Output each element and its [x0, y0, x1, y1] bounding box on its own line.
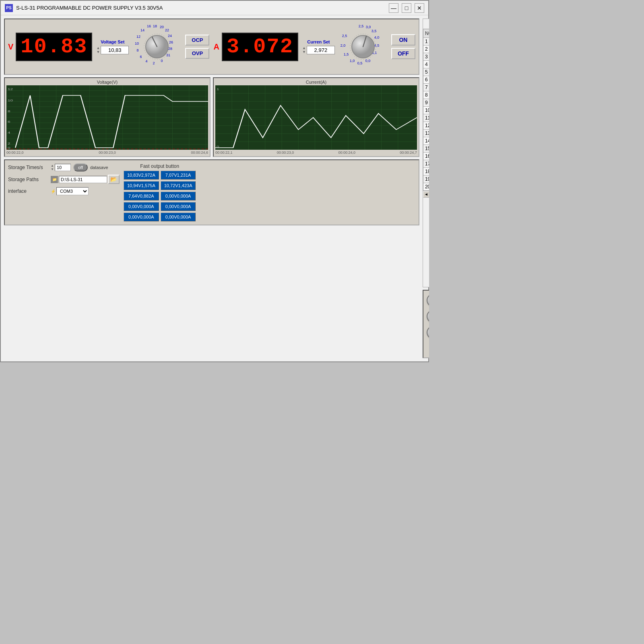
svg-text:16: 16 — [147, 24, 151, 28]
svg-text:10: 10 — [135, 41, 139, 45]
prog-cell-no: 3 — [423, 53, 429, 61]
current-chart-x-labels: 00:00:22,1 00:00:23,0 00:00:24,0 00:00:2… — [215, 151, 417, 155]
prog-table-row[interactable]: 17 — [423, 160, 429, 168]
ocp-button[interactable]: OCP — [185, 35, 209, 45]
fast-btn-3[interactable]: 10,94V1,575A — [124, 181, 159, 190]
fast-output-title: Fast output button — [140, 163, 179, 169]
prog-table-row[interactable]: 7 7 5 2 — [423, 84, 429, 91]
fast-btn-7[interactable]: 0,00V0,000A — [124, 202, 159, 211]
meters-area: V 10.83 Voltage Set ▲▼ — [4, 19, 419, 75]
current-chart-container: Current(A) — [213, 77, 419, 157]
browse-button[interactable]: 📂 — [108, 175, 120, 184]
fast-btn-5[interactable]: 7,64V0,882A — [124, 192, 159, 200]
voltage-x-label-1: 00:00:22,0 — [6, 151, 24, 155]
starting-point-knob[interactable] — [427, 294, 429, 307]
prog-table-row[interactable]: 9 9 5 2 — [423, 99, 429, 107]
svg-text:12: 12 — [136, 35, 140, 39]
current-set-input[interactable] — [307, 46, 335, 54]
prog-cell-no: 20 — [423, 183, 429, 191]
prog-table-row[interactable]: 16 — [423, 153, 429, 160]
voltage-knob-container: 18 20 22 24 26 28 31 0 2 4 6 8 10 12 — [133, 23, 181, 71]
voltage-set-area: Voltage Set ▲▼ — [96, 39, 129, 54]
svg-text:4,5: 4,5 — [374, 43, 380, 47]
prog-cell-no: 6 — [423, 76, 429, 84]
prog-table-row[interactable]: 10 10 10 2 — [423, 107, 429, 114]
svg-text:24: 24 — [168, 34, 172, 38]
fast-btn-10[interactable]: 0,00V0,000A — [161, 213, 196, 221]
close-button[interactable]: ✕ — [415, 3, 424, 13]
svg-text:4: 4 — [146, 59, 148, 63]
prog-table-row[interactable]: 20 — [423, 183, 429, 191]
fast-btn-1[interactable]: 10,83V2,972A — [124, 171, 159, 180]
current-chart-svg: 1 0 — [215, 85, 417, 150]
svg-text:0,5: 0,5 — [357, 61, 363, 65]
prog-table-row[interactable]: 3 3 5 2 — [423, 53, 429, 61]
prog-table-row[interactable]: 13 — [423, 130, 429, 137]
prog-table-row[interactable]: 18 — [423, 168, 429, 175]
fast-btn-6[interactable]: 0,00V0,000A — [161, 192, 196, 200]
on-button[interactable]: ON — [391, 34, 415, 45]
svg-text:0: 0 — [161, 59, 163, 63]
svg-text:2: 2 — [8, 142, 10, 145]
off-button[interactable]: OFF — [391, 48, 415, 59]
folder-icon: 📂 — [110, 176, 117, 182]
svg-text:2,5: 2,5 — [359, 24, 364, 28]
current-set-label: Curren Set — [307, 39, 330, 44]
interface-select[interactable]: COM3 — [56, 187, 89, 195]
prog-cell-no: 9 — [423, 99, 429, 107]
maximize-button[interactable]: □ — [402, 3, 411, 13]
scroll-left-btn[interactable]: ◄ — [423, 191, 429, 198]
prog-table-row[interactable]: 6 6 10 2 — [423, 76, 429, 84]
starting-point-row: 1 Starting point Status — [427, 294, 429, 307]
prog-table-row[interactable]: 4 4 10 2 — [423, 61, 429, 68]
prog-cell-no: 10 — [423, 107, 429, 114]
window-title: S-LS-31 PROGRAMMABLE DC POWER SUPPLY V3.… — [16, 5, 163, 11]
prog-table-row[interactable]: 11 — [423, 114, 429, 122]
prog-cell-no: 12 — [423, 122, 429, 130]
prog-cell-no: 19 — [423, 175, 429, 183]
storage-paths-label: Storage Paths — [8, 177, 48, 182]
main-window: PS S-LS-31 PROGRAMMABLE DC POWER SUPPLY … — [0, 0, 429, 362]
svg-text:22: 22 — [165, 28, 169, 32]
prog-table-row[interactable]: 1 1 5 2 — [423, 38, 429, 45]
prog-cell-no: 11 — [423, 114, 429, 122]
fast-btn-8[interactable]: 0,00V0,000A — [161, 202, 196, 211]
svg-text:1: 1 — [217, 87, 219, 91]
cycles-knob[interactable] — [427, 326, 429, 339]
current-display-section: A 3.072 — [213, 33, 298, 61]
voltage-chart-container: Voltage(V) — [4, 77, 211, 157]
prog-table-row[interactable]: 15 — [423, 145, 429, 153]
svg-text:1,5: 1,5 — [344, 52, 349, 56]
minimize-button[interactable]: — — [389, 3, 398, 13]
current-unit: A — [213, 42, 219, 52]
terminal-point-knob[interactable] — [427, 310, 429, 323]
ovp-button[interactable]: OVP — [185, 48, 209, 59]
voltage-set-input[interactable] — [101, 46, 129, 54]
current-chart-title: Current(A) — [215, 80, 417, 85]
right-panel: programmable output NO Voltage(V Current… — [423, 19, 429, 358]
svg-text:8: 8 — [137, 48, 139, 52]
voltage-display-section: V 10.83 — [8, 33, 92, 61]
prog-table-row[interactable]: 2 2 10 2 — [423, 45, 429, 53]
fast-output-section: Fast output button 10,83V2,972A 7,07V1,2… — [124, 163, 196, 221]
prog-table-row[interactable]: 12 — [423, 122, 429, 130]
svg-text:4,0: 4,0 — [374, 35, 380, 39]
svg-text:6: 6 — [8, 120, 10, 124]
fast-btn-9[interactable]: 0,00V0,000A — [124, 213, 159, 221]
interface-icon: ⚡ — [51, 189, 56, 194]
prog-table-row[interactable]: 8 8 10 2 — [423, 91, 429, 99]
datasave-toggle[interactable]: off — [73, 163, 88, 171]
prog-cell-no: 15 — [423, 145, 429, 153]
prog-table-row[interactable]: 5 5 5 2 — [423, 68, 429, 76]
prog-table-row[interactable]: 19 — [423, 175, 429, 183]
fast-btn-2[interactable]: 7,07V1,231A — [161, 171, 196, 180]
prog-table-row[interactable]: 14 — [423, 137, 429, 145]
fast-btn-4[interactable]: 10,72V1,423A — [161, 181, 196, 190]
storage-times-label: Storage Times/s — [8, 165, 48, 170]
app-icon: PS — [5, 4, 13, 12]
path-input[interactable] — [59, 176, 107, 183]
voltage-display: 10.83 — [16, 33, 92, 61]
svg-text:2,5: 2,5 — [342, 34, 347, 38]
prog-table-scroll[interactable]: NO Voltage(V Current(A Time(s) 1 1 5 2 2… — [423, 29, 429, 191]
storage-times-input[interactable] — [55, 164, 71, 171]
